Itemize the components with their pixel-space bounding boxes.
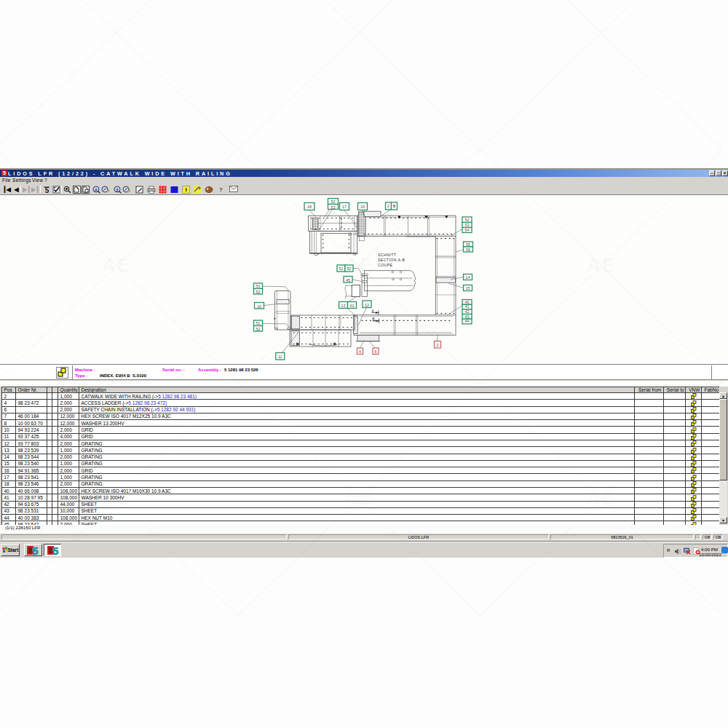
svg-text:61: 61 — [350, 304, 355, 308]
svg-text:53: 53 — [331, 205, 336, 210]
svg-text:55: 55 — [466, 242, 470, 247]
svg-text:5: 5 — [32, 545, 38, 556]
svg-text:B: B — [373, 317, 375, 321]
svg-text:6: 6 — [375, 349, 377, 354]
svg-text:15: 15 — [466, 286, 470, 290]
svg-text:SCHNITT: SCHNITT — [378, 253, 397, 257]
svg-text:53: 53 — [465, 223, 470, 227]
svg-text:17: 17 — [342, 205, 347, 209]
svg-text:5: 5 — [52, 545, 58, 556]
svg-text:11: 11 — [278, 355, 282, 359]
svg-text:12: 12 — [365, 303, 369, 307]
svg-text:51: 51 — [339, 266, 344, 271]
svg-text:52: 52 — [347, 266, 352, 271]
svg-text:4: 4 — [359, 349, 361, 354]
svg-text:54: 54 — [465, 228, 470, 232]
svg-text:51: 51 — [256, 321, 261, 325]
svg-text:A: A — [95, 188, 98, 192]
svg-text:SECTION A-B: SECTION A-B — [378, 258, 405, 262]
svg-text:43: 43 — [465, 314, 470, 319]
svg-text:A: A — [372, 309, 375, 313]
svg-text:18: 18 — [307, 205, 312, 209]
svg-text:10: 10 — [257, 304, 261, 309]
svg-text:13: 13 — [341, 304, 346, 308]
svg-text:16: 16 — [360, 205, 365, 209]
svg-text:52: 52 — [465, 218, 470, 222]
svg-text:42: 42 — [465, 309, 470, 314]
svg-text:44: 44 — [465, 319, 470, 323]
svg-text:2: 2 — [437, 343, 439, 347]
svg-text:51: 51 — [256, 284, 261, 288]
svg-text:41: 41 — [465, 304, 470, 309]
svg-text:52: 52 — [256, 290, 261, 294]
svg-text:45: 45 — [346, 278, 350, 282]
svg-text:2: 2 — [387, 204, 389, 208]
svg-text:B: B — [393, 204, 396, 208]
svg-text:52: 52 — [331, 199, 336, 204]
svg-text:COUPE: COUPE — [378, 263, 393, 267]
svg-text:40: 40 — [465, 300, 470, 304]
svg-text:52: 52 — [256, 327, 261, 331]
svg-text:14: 14 — [466, 275, 470, 280]
svg-text:2: 2 — [116, 188, 119, 192]
svg-text:56: 56 — [466, 248, 470, 252]
